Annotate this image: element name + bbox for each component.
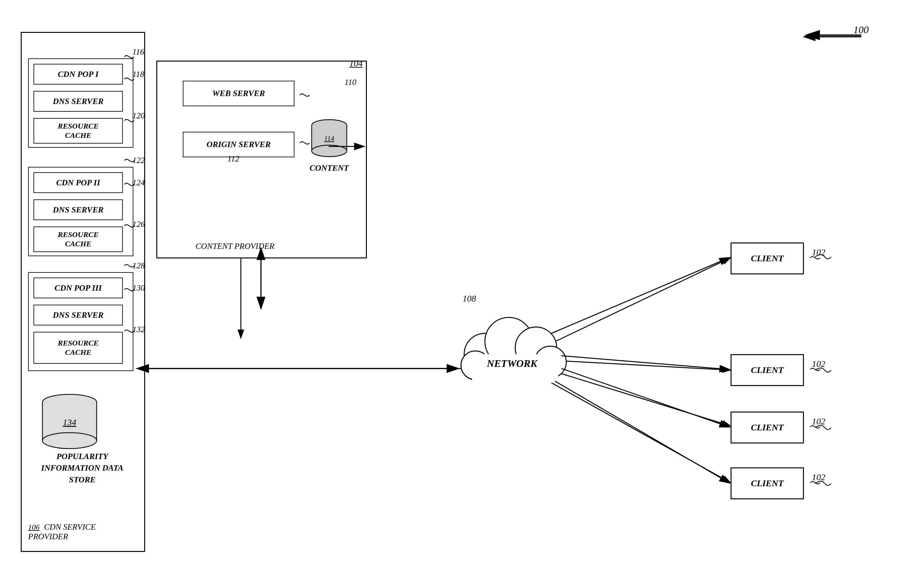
cdn-pop1-group: CDN POP I DNS SERVER RESOURCECACHE (28, 59, 133, 148)
ref-108: 108 (463, 293, 476, 304)
origin-server-box: ORIGIN SERVER (183, 132, 295, 157)
dns-server2-label: DNS SERVER (53, 205, 103, 215)
ref-102-3: 102 (812, 416, 825, 427)
cdn-pop3-label: CDN POP III (54, 283, 102, 293)
dns-server1-box: DNS SERVER (34, 91, 123, 112)
dns-server2-box: DNS SERVER (34, 199, 123, 220)
network-cloud-container: NETWORK 108 (456, 306, 571, 397)
client-box-4: CLIENT (731, 468, 804, 499)
popularity-info-label: POPULARITYINFORMATION DATASTORE (28, 451, 136, 486)
cdn-pop2-label: CDN POP II (56, 178, 100, 188)
svg-text:NETWORK: NETWORK (487, 358, 538, 369)
cdn-pop1-box: CDN POP I (34, 64, 123, 85)
client-label-3: CLIENT (751, 422, 784, 433)
resource-cache3-box: RESOURCECACHE (34, 332, 123, 364)
origin-server-label: ORIGIN SERVER (206, 139, 270, 149)
web-server-label: WEB SERVER (212, 88, 265, 98)
client-box-3: CLIENT (731, 412, 804, 443)
cdn-service-provider-label-container: 106 CDN SERVICEPROVIDER (28, 522, 96, 542)
client-label-top: CLIENT (751, 253, 784, 264)
popularity-db-icon: 134 (38, 394, 102, 451)
cdn-pop3-box: CDN POP III (34, 278, 123, 298)
ref-110-label: 110 (344, 77, 356, 87)
client-label-2: CLIENT (751, 365, 784, 375)
resource-cache2-box: RESOURCECACHE (34, 227, 123, 252)
cdn-pop3-group: CDN POP III DNS SERVER RESOURCECACHE (28, 272, 133, 371)
web-server-box: WEB SERVER (183, 81, 295, 106)
dns-server1-label: DNS SERVER (53, 96, 103, 106)
content-provider-label: CONTENT PROVIDER (196, 242, 274, 251)
svg-line-9 (555, 361, 731, 370)
ref-128: 128 (132, 261, 145, 270)
client-box-2: CLIENT (731, 354, 804, 386)
svg-line-40 (555, 381, 729, 483)
client-box-top: CLIENT (731, 242, 804, 275)
svg-line-10 (555, 372, 731, 426)
svg-line-39 (561, 369, 729, 427)
ref-126: 126 (132, 219, 145, 229)
svg-text:134: 134 (63, 417, 76, 427)
resource-cache2-label: RESOURCECACHE (58, 230, 99, 248)
ref-104: 104 (349, 59, 363, 69)
cdn-pop1-label: CDN POP I (58, 69, 99, 79)
client-label-4: CLIENT (751, 478, 784, 489)
ref-100: 100 (853, 24, 869, 36)
ref-122: 122 (132, 156, 145, 165)
popularity-db-container: 134 (38, 394, 102, 452)
network-cloud-icon: NETWORK (456, 306, 571, 396)
svg-line-8 (549, 258, 731, 344)
ref-102-top: 102 (812, 247, 825, 258)
svg-point-16 (42, 433, 97, 449)
svg-line-38 (561, 356, 729, 369)
ref-124: 124 (132, 178, 145, 188)
resource-cache3-label: RESOURCECACHE (58, 338, 99, 357)
resource-cache1-box: RESOURCECACHE (34, 118, 123, 144)
ref-102-4: 102 (812, 472, 825, 482)
resource-cache1-label: RESOURCECACHE (58, 122, 99, 140)
svg-line-37 (551, 258, 729, 333)
ref-118: 118 (132, 69, 144, 79)
content-db-container: 114 CONTENT (309, 119, 350, 173)
ref-102-2: 102 (812, 359, 825, 369)
ref-120: 120 (132, 111, 145, 120)
dns-server3-box: DNS SERVER (34, 305, 123, 326)
ref-130: 130 (132, 283, 145, 293)
ref-132: 132 (132, 325, 145, 334)
ref-116: 116 (132, 47, 144, 57)
svg-point-22 (312, 145, 347, 157)
content-label: CONTENT (309, 164, 350, 173)
dns-server3-label: DNS SERVER (53, 310, 103, 320)
cdn-service-provider-box: CDN POP I DNS SERVER RESOURCECACHE CDN P… (21, 32, 145, 552)
ref-112-label: 112 (227, 154, 239, 164)
svg-text:114: 114 (324, 134, 334, 142)
content-db-icon: 114 (309, 119, 350, 161)
content-provider-box: 104 WEB SERVER ORIGIN SERVER 110 112 114… (156, 61, 367, 258)
svg-line-11 (549, 381, 731, 483)
cdn-pop2-box: CDN POP II (34, 172, 123, 193)
cdn-pop2-group: CDN POP II DNS SERVER RESOURCECACHE (28, 167, 133, 256)
